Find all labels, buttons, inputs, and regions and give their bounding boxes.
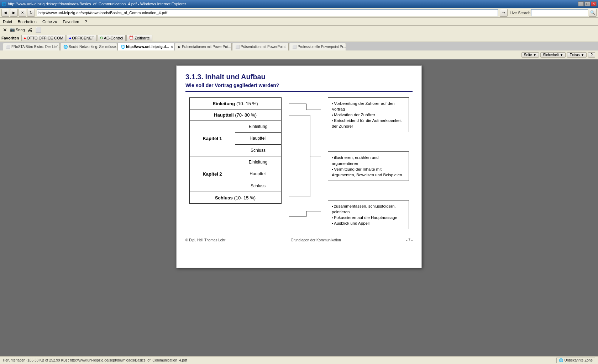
fav-zeitkarte-icon: ⏰ bbox=[129, 36, 134, 40]
kapitel1-cell: Kapitel 1 bbox=[190, 121, 235, 156]
help-button[interactable]: ? bbox=[588, 52, 595, 58]
connectors bbox=[289, 97, 321, 230]
k2-einleitung: Einleitung bbox=[235, 156, 281, 168]
browser-icon: 🌐 bbox=[1, 2, 6, 6]
annotation-2: illustrieren, erzählen und argumentieren… bbox=[328, 151, 409, 181]
forward-button[interactable]: ▶ bbox=[10, 9, 18, 17]
tab-2[interactable]: 🌐 http://www.uni-leipzig.d... ✕ bbox=[117, 43, 174, 50]
structure-area: Einleitung (10- 15 %) Hauptteil (70- 80 … bbox=[189, 97, 282, 204]
annotation-2-list: illustrieren, erzählen und argumentieren… bbox=[332, 155, 405, 177]
refresh-button[interactable]: ↻ bbox=[27, 9, 35, 17]
tab-3-favicon: ▶ bbox=[178, 45, 181, 49]
menu-gehe-zu[interactable]: Gehe zu bbox=[41, 19, 59, 25]
tab-4-favicon: ⬜ bbox=[235, 45, 240, 49]
tab-3[interactable]: ▶ Präsentationen mit PowerPoi... bbox=[175, 43, 232, 50]
sicherheit-button[interactable]: Sicherheit ▼ bbox=[540, 52, 566, 58]
tab-4[interactable]: ⬜ Präsentation mit PowerPoint bbox=[232, 43, 289, 50]
status-bar: Herunterladen (185.33 KB of 252.99 KB) :… bbox=[0, 356, 598, 364]
tab-0[interactable]: ⬜ FRoSTA Büro Bistro: Der Lief... bbox=[3, 43, 60, 50]
kapitel1-sub: Einleitung Hauptteil Schluss bbox=[235, 121, 281, 156]
fav-otto[interactable]: ● OTTO OFFICE COM bbox=[21, 35, 66, 41]
footer-right: - 7 - bbox=[406, 238, 413, 242]
statusbar-left: Herunterladen (185.33 KB of 252.99 KB) :… bbox=[3, 358, 187, 362]
schluss-label: Schluss bbox=[215, 195, 233, 200]
kapitel2-cell: Kapitel 2 bbox=[190, 156, 235, 192]
title-bar: 🌐 http://www.uni-leipzig.de/sept/downloa… bbox=[0, 0, 598, 8]
nav-toolbar: ◀ ▶ ✕ ↻ ⇒ Live Search 🔍 bbox=[0, 8, 598, 18]
fav-officenet-icon: ● bbox=[69, 36, 72, 40]
annotation-2-item-1: Vermittlung der Inhalte mit Argumenten, … bbox=[332, 166, 405, 178]
kapitel1-row: Kapitel 1 Einleitung Hauptteil Schluss bbox=[190, 121, 281, 156]
footer-left: © Dipl. Hdl. Thomas Lehr bbox=[185, 238, 225, 242]
kapitel2-label: Kapitel 2 bbox=[203, 171, 222, 177]
hauptteil-cell: Hauptteil (70- 80 %) bbox=[190, 109, 281, 121]
kapitel2-sub: Einleitung Hauptteil Schluss bbox=[235, 156, 281, 192]
footer-center: Grundlagen der Kommunikation bbox=[291, 238, 341, 242]
annotation-1-item-0: Vorbereitung der Zuhörer auf den Vortrag bbox=[332, 101, 405, 112]
close-icon[interactable]: ✕ bbox=[1, 26, 9, 33]
diagram: Einleitung (10- 15 %) Hauptteil (70- 80 … bbox=[189, 97, 409, 230]
security-zone: 🌐 Unbekannte Zone bbox=[556, 358, 595, 363]
go-button[interactable]: ⇒ bbox=[500, 9, 508, 17]
kapitel1-label: Kapitel 1 bbox=[203, 136, 222, 141]
fav-ac-icon: ⊙ bbox=[100, 36, 103, 40]
annotation-3-item-1: Fokussieren auf die Hauptaussage bbox=[332, 215, 405, 220]
k2-hauptteil: Hauptteil bbox=[235, 168, 281, 180]
pdf-slide: 3.1.3. Inhalt und Aufbau Wie soll der Vo… bbox=[176, 65, 422, 268]
search-button[interactable]: 🔍 bbox=[589, 9, 597, 17]
schluss-percent: (10- 15 %) bbox=[234, 195, 256, 200]
slide-footer: © Dipl. Hdl. Thomas Lehr Grundlagen der … bbox=[185, 236, 413, 242]
connector-svg bbox=[289, 97, 321, 229]
titlebar-controls[interactable]: ─ □ ✕ bbox=[578, 1, 597, 6]
fav-officenet[interactable]: ● OFFICENET bbox=[67, 35, 97, 41]
restore-button[interactable]: □ bbox=[584, 1, 590, 6]
print-icon[interactable]: 🖨 bbox=[26, 26, 33, 33]
tab-5[interactable]: ⬜ Professionelle Powerpoint Pr... bbox=[289, 43, 346, 50]
annotation-1-item-1: Motivation der Zuhörer bbox=[332, 112, 405, 118]
tab-1[interactable]: 🌐 Social Networking: Sie müsse... bbox=[60, 43, 117, 50]
menu-help[interactable]: ? bbox=[83, 19, 88, 25]
fav-zeitkarte[interactable]: ⏰ Zeitkarte bbox=[126, 35, 152, 41]
structure-table: Einleitung (10- 15 %) Hauptteil (70- 80 … bbox=[189, 97, 282, 204]
stop-button[interactable]: ✕ bbox=[19, 9, 26, 17]
tab-0-favicon: ⬜ bbox=[6, 45, 10, 49]
address-bar[interactable] bbox=[37, 9, 498, 16]
minimize-button[interactable]: ─ bbox=[578, 1, 584, 6]
annotations-area: Vorbereitung der Zuhörer auf den Vortrag… bbox=[328, 97, 409, 229]
menu-bar: Datei Bearbeiten Gehe zu Favoriten ? bbox=[0, 18, 598, 26]
k1-hauptteil: Hauptteil bbox=[235, 133, 281, 144]
einleitung-cell: Einleitung (10- 15 %) bbox=[190, 98, 281, 109]
tab-bar: ⬜ FRoSTA Büro Bistro: Der Lief... 🌐 Soci… bbox=[0, 42, 598, 50]
annotation-3-item-2: Ausblick und Appell bbox=[332, 220, 405, 226]
close-button[interactable]: ✕ bbox=[591, 1, 597, 6]
seite-button[interactable]: Seite ▼ bbox=[521, 52, 539, 58]
slide-subtitle: Wie soll der Vortrag gegliedert werden? bbox=[185, 82, 413, 88]
content-area: 3.1.3. Inhalt und Aufbau Wie soll der Vo… bbox=[0, 60, 598, 356]
k1-einleitung: Einleitung bbox=[235, 121, 281, 133]
menu-datei[interactable]: Datei bbox=[1, 19, 14, 25]
tab-2-favicon: 🌐 bbox=[121, 45, 125, 49]
menu-bearbeiten[interactable]: Bearbeiten bbox=[16, 19, 38, 25]
einleitung-percent: (10- 15 %) bbox=[236, 101, 258, 106]
extras-button[interactable]: Extras ▼ bbox=[567, 52, 587, 58]
download-info: Herunterladen (185.33 KB of 252.99 KB) :… bbox=[3, 358, 187, 362]
fav-ac-control[interactable]: ⊙ AC-Control bbox=[98, 35, 126, 41]
k1-schluss: Schluss bbox=[235, 145, 281, 156]
annotation-1: Vorbereitung der Zuhörer auf den Vortrag… bbox=[328, 97, 409, 132]
annotation-3: zusammenfassen, schlussfolgern, pointier… bbox=[328, 200, 409, 229]
hauptteil-percent: (70- 80 %) bbox=[235, 112, 257, 118]
menu-favoriten[interactable]: Favoriten bbox=[62, 19, 81, 25]
back-button[interactable]: ◀ bbox=[1, 9, 9, 17]
page-icon[interactable]: ⬜ bbox=[35, 26, 42, 33]
tab-2-close[interactable]: ✕ bbox=[171, 45, 173, 49]
slide-title: 3.1.3. Inhalt und Aufbau bbox=[185, 73, 413, 81]
tab-5-favicon: ⬜ bbox=[292, 45, 297, 49]
einleitung-row: Einleitung (10- 15 %) bbox=[190, 98, 281, 109]
secondary-toolbar: Seite ▼ Sicherheit ▼ Extras ▼ ? bbox=[0, 50, 598, 60]
fav-otto-icon: ● bbox=[24, 36, 26, 40]
search-input[interactable] bbox=[531, 9, 588, 16]
search-label: Live Search bbox=[510, 11, 530, 15]
annotation-1-list: Vorbereitung der Zuhörer auf den Vortrag… bbox=[332, 101, 405, 129]
favorites-bar: Favoriten ● OTTO OFFICE COM ● OFFICENET … bbox=[0, 34, 598, 42]
snag-icon: 📷 bbox=[10, 27, 15, 32]
